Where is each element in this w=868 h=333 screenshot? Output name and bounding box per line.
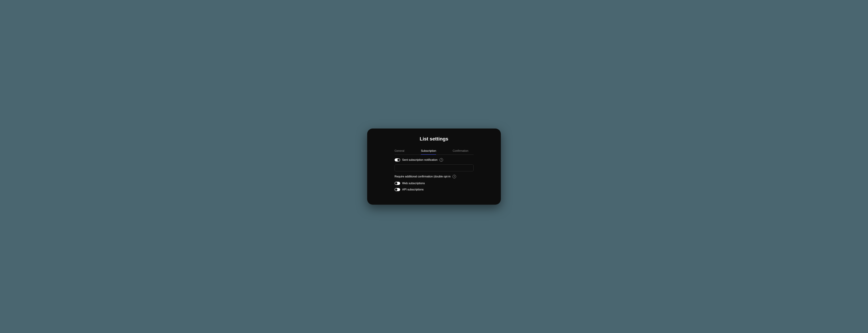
tab-subscription[interactable]: Subscription (421, 149, 436, 155)
api-subscriptions-row: API subscriptions (395, 188, 473, 191)
web-subscriptions-toggle[interactable] (395, 182, 400, 185)
notification-input[interactable] (395, 164, 473, 171)
notification-toggle[interactable] (395, 158, 400, 162)
info-icon[interactable]: i (439, 158, 443, 162)
page-title: List settings (378, 136, 490, 142)
api-subscriptions-label: API subscriptions (402, 188, 424, 191)
web-subscriptions-label: Web subscriptions (402, 182, 425, 185)
api-subscriptions-toggle[interactable] (395, 188, 400, 191)
tab-confirmation[interactable]: Confirmation (453, 149, 468, 155)
double-optin-row: Require additional confirmation (double … (395, 175, 473, 178)
notification-label: Sent subscription notification (402, 158, 438, 162)
web-subscriptions-row: Web subscriptions (395, 182, 473, 185)
tab-general[interactable]: General (395, 149, 404, 155)
content-area: General Subscription Confirmation Sent s… (395, 149, 473, 191)
info-icon[interactable]: i (453, 175, 456, 178)
tabs: General Subscription Confirmation (395, 149, 473, 155)
double-optin-label: Require additional confirmation (double … (395, 175, 451, 178)
notification-row: Sent subscription notification i (395, 158, 473, 162)
settings-panel: List settings General Subscription Confi… (367, 129, 501, 205)
